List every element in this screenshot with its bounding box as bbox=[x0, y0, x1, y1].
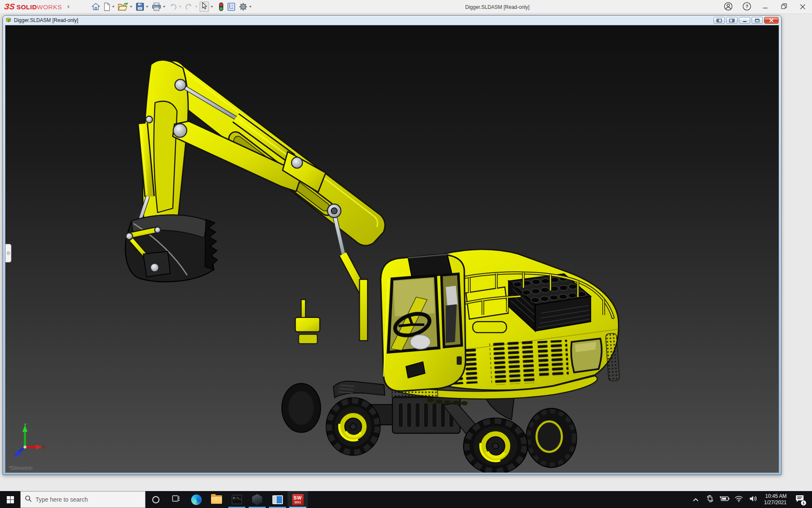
access-steps[interactable] bbox=[295, 300, 320, 344]
tray-network-button[interactable] bbox=[734, 491, 744, 508]
tray-volume-button[interactable] bbox=[748, 491, 758, 508]
document-window: Digger.SLDASM [Read-only] bbox=[3, 15, 782, 475]
taskbar-command-prompt-button[interactable]: C:\_ bbox=[227, 491, 247, 508]
print-dropdown[interactable] bbox=[163, 6, 165, 8]
save-dropdown[interactable] bbox=[146, 6, 148, 8]
doc-close-button[interactable] bbox=[764, 17, 779, 24]
app-window-title: Digger.SLDASM [Read-only] bbox=[465, 0, 529, 14]
restore-button[interactable] bbox=[775, 0, 793, 14]
account-icon bbox=[724, 2, 733, 13]
solidworks-logo[interactable]: ЗS SOLIDWORKS bbox=[4, 2, 62, 11]
new-document-button[interactable] bbox=[102, 1, 116, 12]
volume-icon bbox=[749, 495, 757, 504]
options-dropdown[interactable] bbox=[249, 6, 252, 8]
wheel-front-left[interactable] bbox=[326, 398, 380, 456]
file-explorer-icon bbox=[211, 495, 222, 504]
task-view-icon bbox=[172, 494, 180, 505]
orientation-triad: Y X bbox=[10, 422, 45, 461]
triad-x-axis: X bbox=[25, 444, 45, 450]
close-button[interactable] bbox=[793, 0, 812, 14]
print-button[interactable] bbox=[151, 1, 167, 12]
taskbar-solidworks-button[interactable]: SW 2021 bbox=[288, 491, 308, 508]
redo-button[interactable] bbox=[184, 1, 199, 12]
file-properties-icon bbox=[227, 3, 236, 11]
home-icon bbox=[91, 3, 100, 11]
performance-lights-icon bbox=[219, 2, 224, 11]
taskbar-clock[interactable]: 10:45 AM 1/27/2021 bbox=[763, 493, 788, 506]
print-icon bbox=[152, 3, 161, 11]
taskbar-file-explorer-button[interactable] bbox=[206, 491, 227, 508]
taskbar-window-app-button[interactable] bbox=[267, 491, 288, 508]
account-button[interactable] bbox=[719, 0, 738, 14]
pane-right-button[interactable] bbox=[726, 17, 738, 24]
new-document-dropdown[interactable] bbox=[112, 6, 115, 8]
wheel-rear-left[interactable] bbox=[464, 418, 528, 473]
help-icon: ? bbox=[742, 2, 752, 13]
svg-text:Y: Y bbox=[24, 422, 27, 428]
redo-dropdown[interactable] bbox=[195, 6, 198, 8]
tray-overflow-button[interactable] bbox=[691, 491, 701, 508]
cortana-icon bbox=[152, 496, 159, 503]
performance-button[interactable] bbox=[217, 1, 225, 12]
system-tray: 10:45 AM 1/27/2021 1 bbox=[691, 491, 812, 508]
select-tool-dropdown[interactable] bbox=[211, 6, 213, 8]
search-input[interactable] bbox=[36, 496, 133, 503]
tray-rotation-button[interactable] bbox=[705, 491, 715, 508]
graphics-viewport[interactable]: Y X *Dimetric bbox=[5, 25, 779, 473]
open-dropdown[interactable] bbox=[130, 6, 132, 8]
excavator-cab[interactable] bbox=[381, 254, 466, 391]
assembly-document-icon bbox=[5, 17, 12, 25]
windows-logo-icon bbox=[7, 496, 14, 503]
hexagon-app-icon bbox=[252, 494, 262, 505]
doc-maximize-button[interactable] bbox=[752, 17, 763, 24]
feature-tree-flyout-tab[interactable] bbox=[5, 244, 11, 262]
edge-icon bbox=[191, 494, 202, 505]
save-icon bbox=[136, 3, 144, 11]
svg-text:?: ? bbox=[746, 4, 749, 9]
pane-left-button[interactable] bbox=[713, 17, 725, 24]
start-button[interactable] bbox=[0, 491, 20, 508]
clock-time: 10:45 AM bbox=[764, 493, 787, 500]
flyout-knob-icon bbox=[7, 251, 10, 255]
undo-dropdown[interactable] bbox=[179, 6, 181, 8]
window-app-icon bbox=[272, 495, 283, 504]
file-properties-button[interactable] bbox=[226, 1, 237, 12]
select-tool-button[interactable] bbox=[200, 2, 209, 12]
solidworks-2021-icon: SW 2021 bbox=[292, 494, 304, 505]
taskbar-task-view-button[interactable] bbox=[166, 491, 186, 508]
notification-count-badge: 1 bbox=[801, 500, 807, 506]
minimize-button[interactable] bbox=[756, 0, 775, 14]
document-titlebar[interactable]: Digger.SLDASM [Read-only] bbox=[3, 16, 781, 25]
action-center-button[interactable]: 1 bbox=[793, 491, 807, 508]
options-button[interactable] bbox=[238, 1, 253, 12]
excavator-arm-assembly[interactable] bbox=[125, 60, 385, 341]
options-gear-icon bbox=[239, 3, 247, 11]
taskbar-cortana-button[interactable] bbox=[145, 491, 166, 508]
document-title: Digger.SLDASM [Read-only] bbox=[14, 17, 78, 23]
taskbar-search[interactable] bbox=[20, 491, 145, 508]
open-button[interactable] bbox=[117, 1, 134, 12]
ds-logo-glyph: ЗS bbox=[4, 2, 15, 11]
search-icon bbox=[25, 495, 32, 504]
save-button[interactable] bbox=[134, 1, 150, 12]
menu-expand-arrow-icon[interactable] bbox=[68, 5, 70, 8]
redo-icon bbox=[185, 3, 193, 11]
excavator-model[interactable] bbox=[5, 25, 779, 473]
home-button[interactable] bbox=[90, 1, 102, 12]
taskbar-hexagon-app-button[interactable] bbox=[247, 491, 267, 508]
svg-text:X: X bbox=[42, 444, 45, 450]
select-arrow-icon bbox=[201, 2, 208, 11]
tray-battery-button[interactable] bbox=[719, 491, 730, 508]
app-window-controls: ? bbox=[719, 0, 812, 14]
triad-z-axis bbox=[13, 447, 25, 456]
wifi-icon bbox=[735, 496, 743, 504]
doc-minimize-button[interactable] bbox=[739, 17, 750, 24]
wheel-far-rear[interactable] bbox=[526, 409, 577, 468]
tablet-rotation-icon bbox=[706, 494, 714, 505]
taskbar-edge-button[interactable] bbox=[186, 491, 206, 508]
chevron-up-icon bbox=[693, 496, 699, 503]
minimize-icon bbox=[763, 3, 768, 11]
help-button[interactable]: ? bbox=[738, 0, 756, 14]
undo-button[interactable] bbox=[167, 1, 183, 12]
triad-y-axis: Y bbox=[22, 422, 27, 447]
